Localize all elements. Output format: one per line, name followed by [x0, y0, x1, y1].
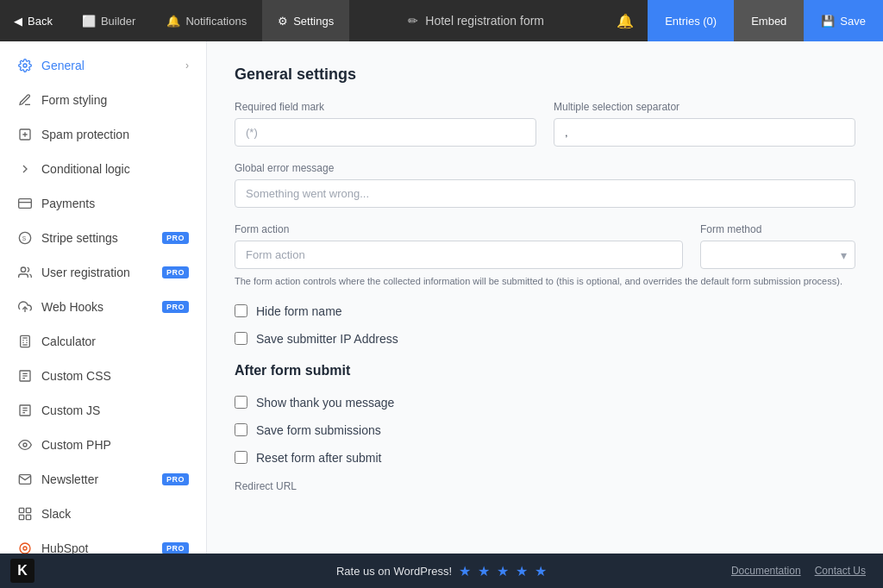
sidebar-item-slack[interactable]: Slack: [0, 497, 206, 531]
pro-badge-web-hooks: PRO: [162, 301, 189, 313]
nav-right-actions: 🔔 Entries (0) Embed 💾 Save: [603, 0, 883, 41]
form-action-input[interactable]: [235, 241, 683, 269]
sidebar-item-spam-protection[interactable]: Spam protection: [0, 117, 206, 152]
form-method-group: Form method GET POST: [700, 223, 855, 269]
save-submitter-ip-label: Save submitter IP Address: [256, 332, 398, 346]
svg-point-23: [23, 443, 27, 447]
general-icon: [17, 58, 33, 73]
sidebar-item-user-registration[interactable]: User registrationPRO: [0, 255, 206, 290]
nav-builder[interactable]: ⬜ Builder: [66, 0, 151, 41]
pro-badge-hubspot: PRO: [162, 542, 189, 554]
show-thank-you-checkbox[interactable]: [235, 396, 247, 409]
save-icon: 💾: [821, 15, 835, 28]
sidebar-label-newsletter: Newsletter: [41, 472, 148, 486]
sidebar-label-hubspot: HubSpot: [41, 541, 148, 554]
rate-text: Rate us on WordPress!: [336, 565, 452, 578]
calculator-icon: [17, 334, 33, 349]
global-error-message-group: Global error message: [235, 162, 855, 208]
svg-point-6: [21, 267, 25, 272]
back-button[interactable]: ◀ Back: [0, 0, 66, 41]
form-action-group: Form action: [235, 223, 683, 269]
global-error-message-input[interactable]: [235, 179, 855, 208]
save-form-submissions-row: Save form submissions: [235, 423, 855, 437]
multiple-selection-separator-input[interactable]: [554, 118, 855, 147]
hide-form-name-label: Hide form name: [256, 304, 342, 318]
entries-button[interactable]: Entries (0): [648, 0, 734, 41]
form-method-label: Form method: [700, 223, 855, 235]
nav-settings[interactable]: ⚙ Settings: [262, 0, 349, 41]
sidebar-item-custom-php[interactable]: Custom PHP: [0, 428, 206, 462]
save-label: Save: [840, 15, 866, 28]
settings-icon: ⚙: [278, 15, 288, 28]
save-submitter-ip-checkbox[interactable]: [235, 332, 247, 345]
user-registration-icon: [17, 265, 33, 280]
svg-rect-25: [26, 508, 30, 512]
redirect-url-group: Redirect URL: [235, 479, 855, 492]
form-action-row: Form action Form method GET POST: [235, 223, 855, 269]
sidebar-item-general[interactable]: General›: [0, 48, 206, 83]
notification-bell[interactable]: 🔔: [603, 13, 648, 29]
save-form-submissions-checkbox[interactable]: [235, 423, 247, 436]
sidebar-label-web-hooks: Web Hooks: [41, 300, 148, 314]
multiple-selection-separator-group: Multiple selection separator: [554, 101, 855, 147]
star-3: ★: [497, 563, 509, 579]
sidebar-item-conditional-logic[interactable]: Conditional logic: [0, 152, 206, 186]
sidebar-item-form-styling[interactable]: Form styling: [0, 83, 206, 117]
chevron-general: ›: [185, 59, 189, 72]
reset-form-checkbox[interactable]: [235, 451, 247, 464]
footer: K Rate us on WordPress! ★ ★ ★ ★ ★ Docume…: [0, 554, 883, 588]
sidebar-label-user-registration: User registration: [41, 266, 148, 279]
footer-logo: K: [10, 559, 34, 583]
row-required-separator: Required field mark Multiple selection s…: [235, 101, 855, 147]
sidebar-label-custom-js: Custom JS: [41, 403, 189, 417]
nav-builder-label: Builder: [101, 15, 135, 28]
custom-css-icon: [17, 368, 33, 384]
sidebar-label-conditional-logic: Conditional logic: [41, 162, 189, 176]
sidebar-item-custom-css[interactable]: Custom CSS: [0, 359, 206, 393]
slack-icon: [17, 506, 33, 522]
sidebar-label-slack: Slack: [41, 507, 189, 521]
required-field-mark-input[interactable]: [235, 118, 536, 147]
content-area: General settings Required field mark Mul…: [207, 41, 883, 554]
embed-button[interactable]: Embed: [734, 0, 804, 41]
sidebar-item-web-hooks[interactable]: Web HooksPRO: [0, 290, 206, 324]
sidebar-label-general: General: [41, 59, 177, 72]
sidebar-item-payments[interactable]: Payments: [0, 186, 206, 221]
star-5: ★: [535, 563, 547, 579]
bell-icon: 🔔: [166, 15, 180, 28]
sidebar-item-custom-js[interactable]: Custom JS: [0, 393, 206, 428]
reset-form-row: Reset form after submit: [235, 451, 855, 465]
pro-badge-user-registration: PRO: [162, 266, 189, 278]
svg-point-29: [23, 547, 27, 550]
sidebar-label-payments: Payments: [41, 197, 189, 210]
form-method-select[interactable]: GET POST: [700, 241, 855, 269]
footer-center: Rate us on WordPress! ★ ★ ★ ★ ★: [336, 563, 547, 579]
documentation-link[interactable]: Documentation: [731, 565, 801, 577]
form-styling-icon: [17, 92, 33, 108]
svg-rect-24: [19, 508, 23, 512]
star-4: ★: [516, 563, 528, 579]
sidebar-label-calculator: Calculator: [41, 335, 189, 348]
sidebar-item-newsletter[interactable]: NewsletterPRO: [0, 462, 206, 497]
nav-settings-label: Settings: [293, 15, 334, 28]
sidebar-item-stripe-settings[interactable]: SStripe settingsPRO: [0, 221, 206, 255]
svg-text:S: S: [22, 235, 27, 241]
pro-badge-newsletter: PRO: [162, 473, 189, 485]
sidebar-label-stripe-settings: Stripe settings: [41, 231, 148, 245]
builder-icon: ⬜: [82, 15, 96, 28]
nav-notifications[interactable]: 🔔 Notifications: [151, 0, 262, 41]
sidebar-item-hubspot[interactable]: HubSpotPRO: [0, 531, 206, 554]
form-method-select-wrapper: GET POST: [700, 241, 855, 269]
back-icon: ◀: [14, 15, 22, 28]
sidebar-label-form-styling: Form styling: [41, 93, 189, 107]
show-thank-you-row: Show thank you message: [235, 396, 855, 410]
section-title: General settings: [235, 66, 855, 84]
contact-us-link[interactable]: Contact Us: [815, 565, 866, 577]
top-nav: ◀ Back ⬜ Builder 🔔 Notifications ⚙ Setti…: [0, 0, 883, 41]
sidebar-item-calculator[interactable]: Calculator: [0, 324, 206, 359]
hide-form-name-checkbox[interactable]: [235, 304, 247, 317]
main-layout: General›Form stylingSpam protectionCondi…: [0, 41, 883, 554]
custom-php-icon: [17, 437, 33, 453]
save-button[interactable]: 💾 Save: [804, 0, 883, 41]
svg-point-28: [20, 543, 30, 554]
